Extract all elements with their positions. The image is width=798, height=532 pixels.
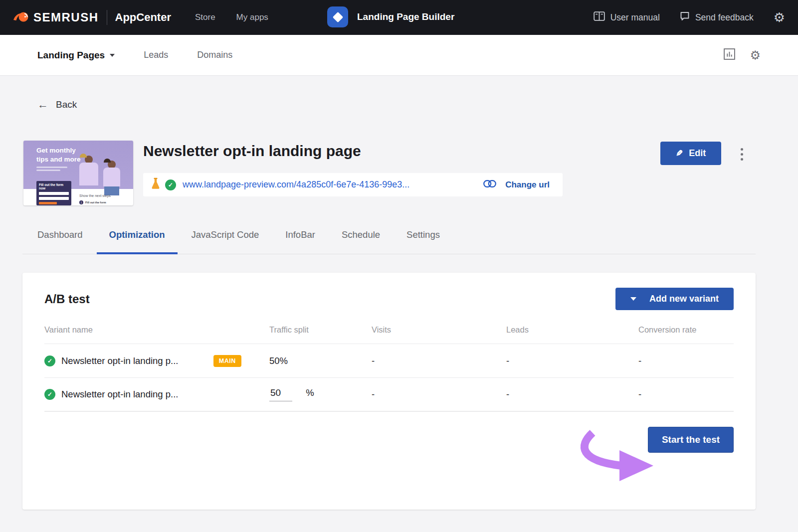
- tab-javascript-code[interactable]: JavaScript Code: [179, 229, 272, 254]
- tab-optimization[interactable]: Optimization: [97, 229, 178, 254]
- topbar: SEMRUSH AppCenter Store My apps Landing …: [0, 0, 798, 35]
- brand-divider: [107, 10, 107, 25]
- landing-pages-label: Landing Pages: [37, 50, 105, 61]
- start-the-test-button[interactable]: Start the test: [648, 427, 734, 453]
- conversion-rate-value: -: [638, 355, 734, 366]
- col-conversion-rate: Conversion rate: [638, 325, 734, 335]
- subnav-right: ⚙: [723, 48, 761, 62]
- page-title: Newsletter opt-in landing page: [143, 143, 361, 160]
- add-new-variant-button[interactable]: Add new variant: [615, 288, 734, 310]
- suite-name: AppCenter: [115, 11, 171, 24]
- screen: SEMRUSH AppCenter Store My apps Landing …: [0, 0, 798, 532]
- back-arrow-icon: ←: [37, 99, 48, 110]
- variant-name-cell: ✓ Newsletter opt-in landing p... MAIN: [44, 355, 269, 367]
- bar-chart-icon[interactable]: [723, 48, 736, 62]
- user-manual-link[interactable]: User manual: [594, 11, 660, 23]
- tab-bar: Dashboard Optimization JavaScript Code I…: [22, 229, 756, 254]
- thumbnail-subtext-bar: [36, 170, 60, 171]
- card-footer: Start the test: [44, 411, 734, 453]
- visits-value: -: [372, 389, 506, 400]
- leads-value: -: [506, 355, 638, 366]
- visits-value: -: [372, 355, 506, 366]
- thumbnail-subtext-bar: [36, 167, 67, 168]
- ab-test-title: A/B test: [44, 292, 90, 306]
- leads-value: -: [506, 389, 638, 400]
- conversion-rate-value: -: [638, 389, 734, 400]
- chevron-down-icon: [630, 297, 636, 301]
- edit-button[interactable]: ✎ Edit: [660, 142, 721, 165]
- brand-name: SEMRUSH: [33, 10, 99, 24]
- url-bar: ✓ www.landpage-preview.com/4a285c0f-6e7e…: [143, 173, 563, 196]
- copy-link-icon[interactable]: [483, 180, 496, 189]
- main-badge: MAIN: [213, 355, 241, 367]
- send-feedback-label: Send feedback: [695, 12, 754, 23]
- landing-page-url[interactable]: www.landpage-preview.com/4a285c0f-6e7e-4…: [183, 179, 478, 190]
- chevron-down-icon: [110, 54, 115, 57]
- landing-page-builder-icon: [327, 6, 348, 27]
- send-feedback-link[interactable]: Send feedback: [680, 11, 754, 23]
- traffic-split-value: 50%: [269, 355, 372, 366]
- app-settings-gear-icon[interactable]: ⚙: [750, 49, 761, 61]
- nav-my-apps[interactable]: My apps: [236, 12, 268, 22]
- tab-schedule[interactable]: Schedule: [329, 229, 393, 254]
- subnav: Landing Pages Leads Domains ⚙: [0, 35, 798, 76]
- thumbnail-person-left: [79, 156, 98, 185]
- change-url-button[interactable]: Change url: [505, 180, 550, 190]
- col-leads: Leads: [506, 325, 638, 335]
- landing-page-thumbnail[interactable]: Get monthly tips and more Fill out the f…: [23, 141, 133, 205]
- topbar-right: User manual Send feedback ⚙: [594, 11, 785, 24]
- flask-icon: [151, 177, 160, 192]
- thumbnail-form: Fill out the form now: [36, 181, 71, 205]
- percent-suffix: %: [306, 387, 314, 398]
- subnav-item-domains[interactable]: Domains: [197, 50, 232, 60]
- table-row: ✓ Newsletter opt-in landing p... % - - -: [44, 377, 734, 411]
- thumbnail-form-title: Fill out the form now: [39, 183, 69, 190]
- table-row: ✓ Newsletter opt-in landing p... MAIN 50…: [44, 344, 734, 377]
- variant-active-check-icon: ✓: [44, 355, 55, 366]
- published-check-icon: ✓: [165, 179, 176, 190]
- traffic-split-input[interactable]: [269, 387, 292, 401]
- subnav-item-leads[interactable]: Leads: [144, 50, 168, 60]
- nav-store[interactable]: Store: [195, 12, 215, 22]
- variant-name-cell: ✓ Newsletter opt-in landing p...: [44, 389, 269, 400]
- ab-test-card: A/B test Add new variant Variant name Tr…: [22, 273, 756, 510]
- back-label: Back: [56, 99, 77, 110]
- speech-bubble-icon: [680, 11, 690, 23]
- tab-dashboard[interactable]: Dashboard: [25, 229, 95, 254]
- col-variant-name: Variant name: [44, 325, 269, 335]
- pencil-icon: ✎: [676, 148, 683, 159]
- variant-active-check-icon: ✓: [44, 389, 55, 400]
- col-traffic-split: Traffic split: [269, 325, 372, 335]
- variant-name[interactable]: Newsletter opt-in landing p...: [61, 355, 178, 366]
- subnav-item-landing-pages[interactable]: Landing Pages: [37, 50, 115, 61]
- back-button[interactable]: ← Back: [37, 99, 77, 110]
- book-icon: [594, 11, 605, 23]
- topbar-nav: Store My apps: [195, 12, 268, 22]
- diamond-icon: [332, 11, 343, 22]
- app-badge: Landing Page Builder: [327, 6, 454, 27]
- settings-gear-icon[interactable]: ⚙: [774, 11, 785, 24]
- traffic-split-cell: %: [269, 387, 372, 401]
- semrush-logo-icon: [13, 9, 29, 25]
- thumbnail-steps: Show the next steps 1 Fill out the form: [79, 194, 111, 204]
- more-options-kebab-icon[interactable]: [739, 146, 745, 163]
- app-name: Landing Page Builder: [357, 11, 454, 22]
- edit-label: Edit: [689, 148, 706, 159]
- variant-name[interactable]: Newsletter opt-in landing p...: [61, 389, 178, 400]
- user-manual-label: User manual: [610, 12, 660, 23]
- thumbnail-person-right: [103, 161, 120, 195]
- add-new-variant-label: Add new variant: [649, 294, 719, 304]
- col-visits: Visits: [372, 325, 506, 335]
- tab-infobar[interactable]: InfoBar: [273, 229, 328, 254]
- semrush-brand[interactable]: SEMRUSH AppCenter: [13, 9, 171, 25]
- thumbnail-headline: Get monthly tips and more: [36, 146, 81, 164]
- tab-settings[interactable]: Settings: [394, 229, 452, 254]
- table-header-row: Variant name Traffic split Visits Leads …: [44, 325, 734, 344]
- ab-test-header: A/B test Add new variant: [44, 273, 734, 310]
